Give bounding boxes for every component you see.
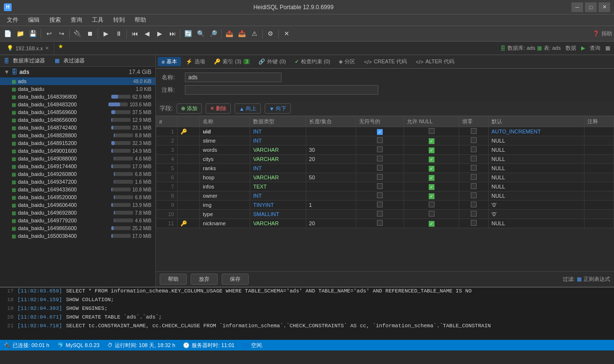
table-row[interactable]: 3wordsVARCHAR30✓NULL [156,146,614,155]
fields-scroll-area[interactable]: # 名称 数据类型 长度/集合 无符号的 允许 NULL 填零 默认 注释 1 [156,116,614,271]
tb-undo-btn[interactable]: ↩ [43,28,55,40]
checkbox[interactable] [471,156,477,161]
checkbox[interactable]: ✓ [429,221,434,227]
checkbox[interactable] [429,211,434,217]
tab-alter-code[interactable]: </> ALTER 代码 [412,57,458,66]
table-row[interactable]: 8ownerINT✓NULL [156,191,614,201]
checkbox[interactable] [471,128,477,134]
sidebar-tree-item[interactable]: ▦data_baidu_164900160014.9 MiB [0,147,155,155]
checkbox[interactable] [377,156,383,161]
checkbox[interactable] [471,183,477,189]
tb-run-btn[interactable]: ▶ [100,28,112,40]
checkbox[interactable] [377,165,383,171]
tab-close-icon[interactable]: ✕ [45,45,49,51]
checkbox[interactable] [377,174,383,180]
tb-export-btn[interactable]: 📤 [224,28,235,40]
tb-new-btn[interactable]: 📄 [2,28,14,40]
comment-input[interactable] [185,85,378,95]
data-tab-btn[interactable]: 数据 [563,44,579,52]
checkbox[interactable] [471,202,477,207]
tb-close-btn[interactable]: ✕ [281,28,292,40]
sidebar-tree-item[interactable]: ▦data_baidu_1648483200103.6 MiB [0,101,155,108]
close-button[interactable]: ✕ [599,2,610,12]
checkbox[interactable] [471,174,477,180]
tb-prev-btn[interactable]: ◀ [141,28,153,40]
checkbox[interactable] [377,183,383,189]
discard-button[interactable]: 放弃 [191,274,218,285]
checkbox[interactable] [429,128,434,134]
tb-search-btn[interactable]: 🔎 [208,28,219,40]
tab-basic[interactable]: ≡ 基本 [158,57,181,66]
sidebar-tree-item[interactable]: ▦data_baidu_164986560025.2 MiB [0,224,155,232]
sidebar-tree-item[interactable]: ▦data_baidu_16495200006.8 MiB [0,193,155,201]
sidebar-tree-item[interactable]: ▦data_baidu1.0 KiB [0,85,155,93]
tab-partitions[interactable]: ◈ 分区 [335,57,359,66]
checkbox[interactable] [377,202,383,207]
down-field-button[interactable]: ▼ 向下 [265,103,291,114]
tab-checks[interactable]: ✓ 检查约束 (0) [291,57,334,66]
sidebar-tree-item[interactable]: ▦data_baidu_164960640013.9 MiB [0,201,155,209]
sidebar-tree-item[interactable]: ▦data_baidu_16497792004.6 MiB [0,217,155,224]
checkbox[interactable]: ✓ [429,138,434,144]
checkbox[interactable] [471,220,477,226]
sidebar-tree-item[interactable]: ▦data_baidu_164943360010.8 MiB [0,186,155,193]
del-field-button[interactable]: ✕ 删除 [206,103,231,114]
name-input[interactable] [185,73,282,82]
tab-fkeys[interactable]: 🔗 外键 (0) [255,57,290,66]
sidebar-tree-item[interactable]: ▦data_baidu_16492608006.8 MiB [0,170,155,178]
up-field-button[interactable]: ▲ 向上 [235,103,261,114]
tb-stop-btn[interactable]: ⏸ [113,28,124,40]
sidebar-tree-item[interactable]: ▦data_baidu_164856960037.5 MiB [0,108,155,116]
menu-file[interactable]: 文件 [2,15,23,25]
checkbox[interactable]: ✓ [429,157,434,162]
sidebar-tree-item[interactable]: ▦data_baidu_164917440017.0 MiB [0,162,155,170]
tab-options[interactable]: ⚡ 选项 [182,57,209,66]
table-row[interactable]: 6hospVARCHAR50✓NULL [156,173,614,182]
tab-session[interactable]: 💡 192.168.x.x ✕ [2,42,54,55]
tb-save-btn[interactable]: 💾 [27,28,39,40]
log-line[interactable]: 18[11:02:04.159]SHOW COLLATION; [0,296,614,305]
menu-query[interactable]: 查询 [66,15,87,25]
sidebar-tree-item[interactable]: ▦data_baidu_164891520032.3 MiB [0,139,155,147]
maximize-button[interactable]: □ [585,2,597,12]
log-line[interactable]: 17[11:02:03.659]SELECT * FROM informatio… [0,288,614,296]
tb-next-btn[interactable]: ▶ [154,28,165,40]
tb-import-btn[interactable]: 📥 [236,28,248,40]
checkbox[interactable] [471,146,477,152]
save-button[interactable]: 保存 [222,274,249,285]
tb-disconnect-btn[interactable]: ⏹ [84,28,96,40]
query-tab-btn[interactable]: 查询 [587,44,603,52]
tb-connect-btn[interactable]: 🔌 [72,28,83,40]
checkbox[interactable] [471,165,477,171]
tb-first-btn[interactable]: ⏮ [129,28,140,40]
sidebar-tree-item[interactable]: ▦data_baidu_16496928007.8 MiB [0,209,155,217]
checkbox[interactable]: ✓ [429,193,434,199]
checkbox[interactable] [377,220,383,226]
table-row[interactable]: 9imgTINYINT1'0' [156,201,614,210]
sidebar-tree-item[interactable]: ▦data_baidu_16490880004.6 MiB [0,155,155,162]
menu-search[interactable]: 搜索 [45,15,66,25]
table-row[interactable]: 1🔑uidINT✓AUTO_INCREMENT [156,127,614,136]
sidebar-tree-item[interactable]: ▦data_baidu_164839680062.9 MiB [0,93,155,101]
checkbox[interactable]: ✓ [429,175,434,181]
checkbox[interactable]: ✓ [429,147,434,153]
tab-create-code[interactable]: </> CREATE 代码 [360,57,411,66]
checkbox[interactable] [471,137,477,143]
tab-indexes[interactable]: 🔑 索引 (3) 3 [210,57,254,66]
sidebar-tree-item[interactable]: ▦data_baidu_16493472001.6 MiB [0,178,155,186]
checkbox[interactable] [377,137,383,143]
checkbox[interactable] [377,192,383,198]
log-line[interactable]: 21[11:02:04.718]SELECT tc.CONSTRAINT_NAM… [0,322,614,331]
tb-refresh-btn[interactable]: 🔄 [182,28,194,40]
tb-warning-btn[interactable]: ⚠ [249,28,260,40]
menu-goto[interactable]: 转到 [108,15,130,25]
sidebar-tree-item[interactable]: ▦data_baidu_164874240023.1 MiB [0,124,155,131]
tb-last-btn[interactable]: ⏭ [166,28,178,40]
table-row[interactable]: 11🔑nicknameVARCHAR20✓NULL [156,219,614,228]
checkbox[interactable]: ✓ [377,129,383,135]
sidebar-tree-item[interactable]: ▦data_baidu_164865600012.9 MiB [0,116,155,124]
tb-open-btn[interactable]: 📁 [15,28,26,40]
log-line[interactable]: 19[11:02:04.393]SHOW ENGINES; [0,305,614,314]
minimize-button[interactable]: ─ [571,2,583,12]
table-row[interactable]: 2stimeINT✓NULL [156,136,614,146]
